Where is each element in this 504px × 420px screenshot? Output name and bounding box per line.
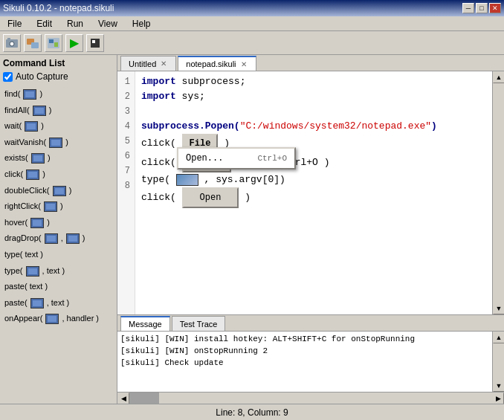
output-content-wrapper: [sikuli] [WIN] install hotkey: ALT+SHIFT… — [117, 332, 504, 392]
dropdown-open-shortcut: Ctrl+O — [257, 151, 287, 166]
tab-notepad-label: notepad.sikuli — [186, 59, 236, 68]
editor-tabs: Untitled ✕ notepad.sikuli ✕ — [117, 55, 504, 71]
maximize-button[interactable]: □ — [476, 3, 488, 13]
editor-scroll-up[interactable]: ▲ — [493, 71, 504, 83]
auto-capture-row: Auto Capture — [3, 71, 114, 82]
sidebar-item-paste-text[interactable]: paste( text ) — [3, 279, 114, 295]
editor-area: Untitled ✕ notepad.sikuli ✕ 1 2 3 4 5 6 — [117, 55, 504, 404]
svg-rect-1 — [7, 38, 10, 40]
output-panel: Message Test Trace [sikuli] [WIN] instal… — [117, 314, 504, 404]
output-tab-trace-label: Test Trace — [180, 320, 218, 329]
code-line-7: type( , sys.argv[0]) — [141, 172, 486, 187]
sidebar-item-hover[interactable]: hover( ) — [3, 215, 114, 231]
code-line-1: import subprocess; — [141, 74, 486, 89]
tab-untitled-label: Untitled — [129, 59, 156, 68]
output-scrollbar-x: ◀ ▶ — [117, 392, 504, 404]
code-line-3 — [141, 104, 486, 119]
output-hscroll-right[interactable]: ▶ — [492, 392, 504, 404]
sidebar-item-rightclick[interactable]: rightClick( ) — [3, 198, 114, 215]
menu-help[interactable]: Help — [128, 17, 155, 30]
svg-rect-6 — [49, 39, 54, 43]
line-numbers: 1 2 3 4 5 6 7 8 — [117, 71, 135, 314]
open-wide-button[interactable]: Open — [182, 187, 239, 208]
code-line-5: click( File ) Open... Ctrl+O — [141, 134, 486, 153]
output-scrollbar-y: ▲ ▼ — [492, 332, 504, 392]
editor-scrollbar: ▲ ▼ — [492, 71, 504, 314]
dropdown-open-label: Open... — [186, 151, 223, 166]
sidebar-item-dragdrop[interactable]: dragDrop( , ) — [3, 230, 114, 247]
output-hscroll-left[interactable]: ◀ — [117, 392, 129, 404]
minimize-button[interactable]: ─ — [462, 3, 474, 13]
code-editor[interactable]: 1 2 3 4 5 6 7 8 import subprocess; — [117, 71, 492, 314]
output-line-3: [sikuli] Check update — [120, 357, 491, 369]
sidebar-item-click[interactable]: click( ) — [3, 167, 114, 183]
menu-view[interactable]: View — [94, 17, 122, 30]
sidebar-item-type-text[interactable]: type( text ) — [3, 247, 114, 263]
output-scroll-down[interactable]: ▼ — [493, 380, 504, 392]
txt-image-button[interactable] — [176, 174, 198, 186]
screenshot-tool-1[interactable] — [3, 34, 21, 52]
svg-rect-4 — [31, 42, 39, 48]
svg-rect-7 — [54, 42, 58, 47]
output-scroll-track[interactable] — [493, 343, 504, 380]
sidebar-title: Command List — [3, 58, 114, 68]
code-line-4: subprocess.Popen("C:/windows/system32/no… — [141, 119, 486, 134]
svg-rect-9 — [92, 40, 95, 43]
menu-run[interactable]: Run — [62, 17, 88, 30]
title-bar-buttons: ─ □ ✕ — [462, 3, 501, 13]
file-dropdown-menu: Open... Ctrl+O — [177, 147, 296, 169]
tab-notepad[interactable]: notepad.sikuli ✕ — [178, 56, 256, 71]
sidebar-item-find[interactable]: find( ) — [3, 86, 114, 103]
menu-bar: File Edit Run View Help — [0, 16, 504, 31]
sidebar-item-waitvanish[interactable]: waitVanish( ) — [3, 135, 114, 151]
output-tab-trace[interactable]: Test Trace — [172, 316, 226, 331]
code-editor-wrapper: 1 2 3 4 5 6 7 8 import subprocess; — [117, 71, 504, 314]
main-area: Command List Auto Capture find( ) findAl… — [0, 55, 504, 404]
output-tab-message-label: Message — [129, 320, 162, 329]
sidebar-item-findall[interactable]: findAll( ) — [3, 103, 114, 119]
stop-button[interactable] — [86, 34, 104, 52]
status-bar: Line: 8, Column: 9 — [0, 404, 504, 420]
sidebar-item-wait[interactable]: wait( ) — [3, 118, 114, 135]
editor-scroll-track[interactable] — [493, 83, 504, 303]
output-tab-message[interactable]: Message — [120, 316, 170, 331]
output-scroll-up[interactable]: ▲ — [493, 332, 504, 343]
output-hscroll-track[interactable] — [129, 392, 492, 404]
sidebar-item-type-img-text[interactable]: type( , text ) — [3, 263, 114, 280]
menu-file[interactable]: File — [3, 17, 26, 30]
play-button[interactable]: ▶ — [65, 34, 83, 52]
editor-scroll-down[interactable]: ▼ — [493, 303, 504, 314]
screenshot-tool-3[interactable] — [45, 34, 62, 52]
output-content: [sikuli] [WIN] install hotkey: ALT+SHIFT… — [117, 332, 504, 392]
status-text: Line: 8, Column: 9 — [216, 407, 288, 418]
toolbar: ▶ — [0, 31, 504, 55]
output-hscroll-thumb[interactable] — [129, 392, 159, 404]
sidebar-item-paste-img-text[interactable]: paste( , text ) — [3, 295, 114, 311]
window-title: Sikuli 0.10.2 - notepad.sikuli — [3, 3, 114, 13]
code-lines: 1 2 3 4 5 6 7 8 import subprocess; — [117, 71, 492, 314]
tab-untitled-close[interactable]: ✕ — [159, 59, 168, 68]
sidebar-item-onappear[interactable]: onAppear( , handler ) — [3, 311, 114, 327]
sidebar-item-doubleclick[interactable]: doubleClick( ) — [3, 183, 114, 199]
menu-edit[interactable]: Edit — [32, 17, 56, 30]
code-line-8: click( Open ) — [141, 187, 486, 208]
title-bar: Sikuli 0.10.2 - notepad.sikuli ─ □ ✕ — [0, 0, 504, 16]
auto-capture-label: Auto Capture — [16, 71, 68, 82]
tab-notepad-close[interactable]: ✕ — [239, 59, 248, 68]
code-content: import subprocess; import sys; subproces… — [135, 71, 492, 314]
code-line-2: import sys; — [141, 89, 486, 104]
output-line-2: [sikuli] [WIN] onStopRunning 2 — [120, 345, 491, 357]
output-tabs: Message Test Trace — [117, 315, 504, 332]
svg-point-2 — [10, 42, 14, 46]
output-line-1: [sikuli] [WIN] install hotkey: ALT+SHIFT… — [120, 333, 491, 345]
dropdown-open-item[interactable]: Open... Ctrl+O — [178, 149, 294, 168]
tab-untitled[interactable]: Untitled ✕ — [120, 56, 176, 71]
sidebar-item-exists[interactable]: exists( ) — [3, 150, 114, 167]
sidebar: Command List Auto Capture find( ) findAl… — [0, 55, 117, 404]
auto-capture-checkbox[interactable] — [3, 72, 13, 82]
screenshot-tool-2[interactable] — [24, 34, 42, 52]
close-button[interactable]: ✕ — [489, 3, 501, 13]
